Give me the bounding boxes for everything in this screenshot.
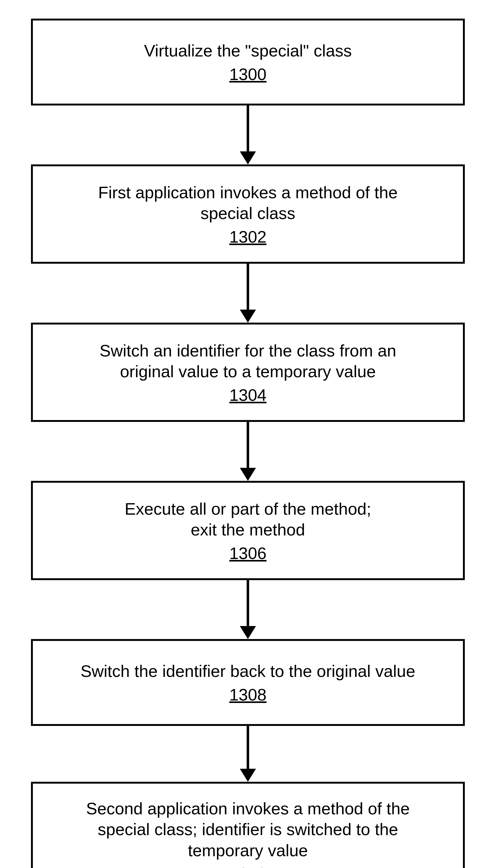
flowchart-canvas: Virtualize the "special" class 1300 Firs…	[0, 0, 493, 868]
flow-arrow	[246, 726, 249, 769]
flow-arrow	[246, 422, 249, 468]
flow-node-number: 1308	[229, 685, 266, 704]
flow-arrow	[246, 580, 249, 627]
flow-arrow	[246, 105, 249, 152]
flow-node-1308: Switch the identifier back to the origin…	[31, 639, 465, 726]
flow-node-number: 1306	[229, 544, 266, 563]
flow-node-label: Virtualize the "special" class	[144, 40, 352, 61]
flow-arrow	[246, 264, 249, 310]
arrow-down-icon	[240, 468, 256, 481]
flow-node-number: 1300	[229, 64, 266, 84]
arrow-down-icon	[240, 626, 256, 639]
arrow-down-icon	[240, 152, 256, 164]
arrow-down-icon	[240, 309, 256, 323]
flow-node-label: Switch an identifier for the class from …	[100, 340, 396, 382]
flow-node-number: 1310	[229, 864, 266, 868]
flow-node-label: Execute all or part of the method; exit …	[125, 499, 371, 540]
flow-node-label: Second application invokes a method of t…	[86, 798, 410, 861]
flow-node-number: 1304	[229, 385, 266, 405]
flow-node-number: 1302	[229, 227, 266, 246]
arrow-down-icon	[240, 769, 256, 782]
flow-node-1310: Second application invokes a method of t…	[31, 782, 465, 868]
flow-node-1306: Execute all or part of the method; exit …	[31, 481, 465, 580]
flow-node-1302: First application invokes a method of th…	[31, 164, 465, 264]
flow-node-label: First application invokes a method of th…	[98, 182, 398, 224]
flow-node-1304: Switch an identifier for the class from …	[31, 323, 465, 422]
flow-node-1300: Virtualize the "special" class 1300	[31, 19, 465, 105]
flow-node-label: Switch the identifier back to the origin…	[81, 661, 415, 682]
